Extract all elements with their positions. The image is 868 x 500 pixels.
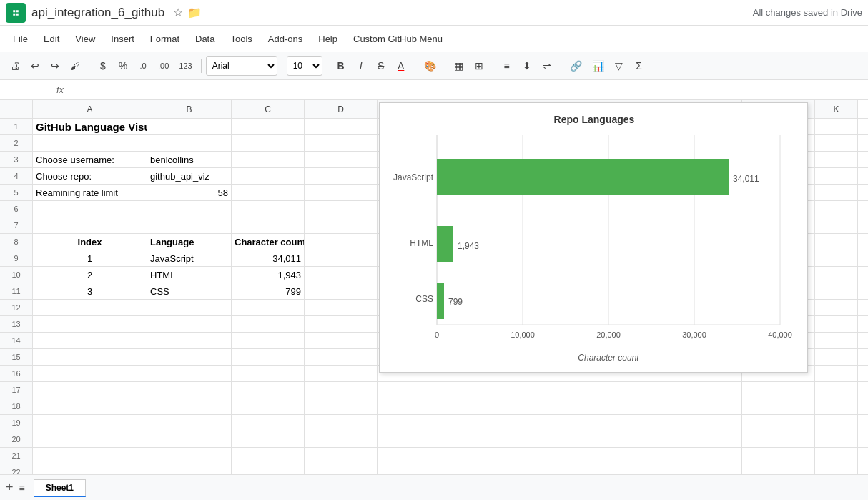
format-number-button[interactable]: 123 — [174, 56, 196, 76]
valign-button[interactable]: ⬍ — [518, 56, 536, 76]
col-header-C[interactable]: C — [232, 100, 305, 118]
cell-D-22[interactable] — [305, 464, 378, 474]
cell-J-22[interactable] — [742, 464, 815, 474]
cell-B-16[interactable] — [147, 366, 232, 381]
cell-H-18[interactable] — [596, 398, 669, 414]
cell-K-21[interactable] — [815, 448, 858, 464]
align-button[interactable]: ≡ — [498, 56, 516, 76]
cell-K6[interactable] — [815, 201, 858, 217]
cell-A1[interactable]: GitHub Language Visualizer — [33, 119, 147, 134]
cell-D-21[interactable] — [305, 448, 378, 464]
cell-G-17[interactable] — [523, 382, 596, 398]
cell-D2[interactable] — [305, 135, 378, 151]
cell-H-22[interactable] — [596, 464, 669, 474]
cell-K10[interactable] — [815, 267, 858, 283]
menu-help[interactable]: Help — [311, 31, 345, 47]
col-header-B[interactable]: B — [147, 100, 232, 118]
cell-D-13[interactable] — [305, 316, 378, 332]
cell-F-20[interactable] — [450, 431, 523, 447]
cell-K-22[interactable] — [815, 464, 858, 474]
cell-D5[interactable] — [305, 185, 378, 200]
redo-button[interactable]: ↪ — [46, 56, 64, 76]
cell-I-18[interactable] — [669, 398, 742, 414]
cell-C5[interactable] — [232, 185, 305, 200]
cell-K-16[interactable] — [815, 366, 858, 381]
cell-H-21[interactable] — [596, 448, 669, 464]
cell-B-21[interactable] — [147, 448, 232, 464]
cell-D-19[interactable] — [305, 415, 378, 431]
cell-K1[interactable] — [815, 119, 858, 134]
cell-C1[interactable] — [232, 119, 305, 134]
cell-K8[interactable] — [815, 234, 858, 250]
cell-K3[interactable] — [815, 152, 858, 167]
cell-D-12[interactable] — [305, 300, 378, 315]
cell-B-12[interactable] — [147, 300, 232, 315]
decimal-inc-button[interactable]: .00 — [154, 56, 173, 76]
cell-E-17[interactable] — [378, 382, 450, 398]
cell-I-21[interactable] — [669, 448, 742, 464]
folder-icon[interactable]: 📁 — [187, 6, 202, 19]
cell-C-12[interactable] — [232, 300, 305, 315]
cell-C-17[interactable] — [232, 382, 305, 398]
menu-custom-github[interactable]: Custom GitHub Menu — [346, 31, 450, 47]
currency-button[interactable]: $ — [94, 56, 112, 76]
cell-C7[interactable] — [232, 217, 305, 233]
cell-C-14[interactable] — [232, 333, 305, 348]
cell-D4[interactable] — [305, 168, 378, 184]
cell-B-19[interactable] — [147, 415, 232, 431]
decimal-dec-button[interactable]: .0 — [134, 56, 152, 76]
percent-button[interactable]: % — [114, 56, 132, 76]
cell-A-20[interactable] — [33, 431, 147, 447]
cell-A-17[interactable] — [33, 382, 147, 398]
menu-tools[interactable]: Tools — [223, 31, 259, 47]
cell-K7[interactable] — [815, 217, 858, 233]
cell-A9[interactable]: 1 — [33, 250, 147, 266]
cell-G-18[interactable] — [523, 398, 596, 414]
strikethrough-button[interactable]: S — [372, 56, 390, 76]
paint-format-button[interactable]: 🖌 — [66, 56, 84, 76]
cell-K4[interactable] — [815, 168, 858, 184]
cell-C-18[interactable] — [232, 398, 305, 414]
cell-A-13[interactable] — [33, 316, 147, 332]
cell-E-18[interactable] — [378, 398, 450, 414]
cell-D3[interactable] — [305, 152, 378, 167]
cell-D10[interactable] — [305, 267, 378, 283]
cell-G-19[interactable] — [523, 415, 596, 431]
cell-A-12[interactable] — [33, 300, 147, 315]
print-button[interactable]: 🖨 — [6, 56, 24, 76]
bold-button[interactable]: B — [332, 56, 350, 76]
menu-edit[interactable]: Edit — [36, 31, 66, 47]
star-icon[interactable]: ☆ — [173, 6, 183, 19]
cell-F-19[interactable] — [450, 415, 523, 431]
cell-B-13[interactable] — [147, 316, 232, 332]
cell-K2[interactable] — [815, 135, 858, 151]
cell-A-22[interactable] — [33, 464, 147, 474]
chart-button[interactable]: 📊 — [588, 56, 608, 76]
cell-F-21[interactable] — [450, 448, 523, 464]
cell-K-18[interactable] — [815, 398, 858, 414]
cell-K11[interactable] — [815, 283, 858, 299]
cell-B-14[interactable] — [147, 333, 232, 348]
cell-K-13[interactable] — [815, 316, 858, 332]
link-button[interactable]: 🔗 — [566, 56, 586, 76]
text-color-button[interactable]: A — [392, 56, 410, 76]
cell-K-20[interactable] — [815, 431, 858, 447]
cell-D6[interactable] — [305, 201, 378, 217]
cell-C3[interactable] — [232, 152, 305, 167]
cell-D-18[interactable] — [305, 398, 378, 414]
cell-H-17[interactable] — [596, 382, 669, 398]
menu-insert[interactable]: Insert — [104, 31, 142, 47]
cell-C6[interactable] — [232, 201, 305, 217]
cell-C11[interactable]: 799 — [232, 283, 305, 299]
wrap-button[interactable]: ⇌ — [538, 56, 556, 76]
cell-A4[interactable]: Choose repo: — [33, 168, 147, 184]
cell-B-18[interactable] — [147, 398, 232, 414]
cell-B10[interactable]: HTML — [147, 267, 232, 283]
merge-button[interactable]: ⊞ — [470, 56, 488, 76]
cell-K-19[interactable] — [815, 415, 858, 431]
font-size-selector[interactable]: 10 — [287, 56, 322, 76]
cell-A11[interactable]: 3 — [33, 283, 147, 299]
col-header-D[interactable]: D — [305, 100, 378, 118]
cell-H-19[interactable] — [596, 415, 669, 431]
col-header-K[interactable]: K — [815, 100, 858, 118]
